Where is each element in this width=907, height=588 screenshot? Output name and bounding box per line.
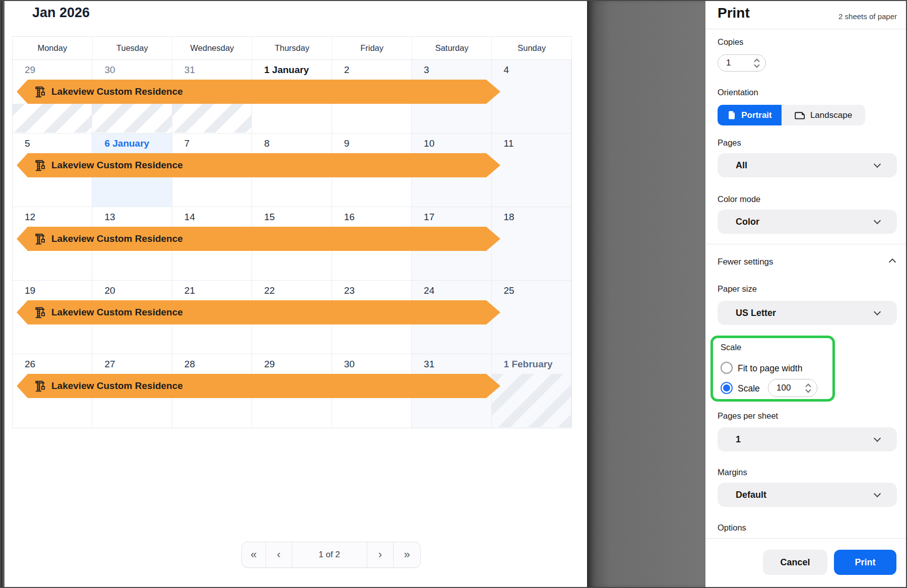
event-bar[interactable]: Lakeview Custom Residence [17,153,500,177]
landscape-button[interactable]: Landscape [782,105,865,125]
date-label: 2 [344,64,350,75]
calendar-day-cell: 25 [492,281,571,354]
calendar-month-title: Jan 2026 [32,5,90,21]
prev-page-button[interactable]: ‹ [266,542,292,567]
color-mode-dropdown[interactable]: Color [718,210,897,234]
chevron-down-icon [874,435,881,442]
chevron-down-icon [874,217,881,224]
copies-stepper[interactable]: 1 [718,54,766,72]
paper-size-value: US Letter [736,308,875,318]
event-bar[interactable]: Lakeview Custom Residence [17,374,500,398]
paper-size-dropdown[interactable]: US Letter [718,301,897,325]
event-bar[interactable]: Lakeview Custom Residence [17,227,500,251]
date-label: 29 [264,359,275,369]
weekday-header: Monday [13,37,93,59]
calendar-week-row: 19202122232425 Lakeview Custom Residence [13,281,571,354]
date-label: 10 [424,138,434,149]
weekday-header: Wednesday [172,37,252,59]
weekday-header: Thursday [252,37,333,59]
preview-pagination: « ‹ 1 of 2 › » [241,542,421,568]
scale-radio[interactable] [721,382,733,394]
date-label: 17 [424,212,434,222]
scale-radio-label: Scale [738,383,760,394]
weekday-header: Saturday [412,37,492,59]
crane-icon [34,232,47,245]
date-label: 26 [25,359,35,369]
last-page-button[interactable]: » [394,542,420,567]
stepper-arrows-icon[interactable] [806,384,810,392]
date-label: 23 [344,285,355,296]
calendar-week-row: 2627282930311 February Lakeview Custom R… [13,354,571,428]
stepper-arrows-icon[interactable] [755,59,759,67]
pages-per-sheet-dropdown[interactable]: 1 [718,427,897,451]
date-label: 15 [264,212,275,222]
event-bar[interactable]: Lakeview Custom Residence [17,300,500,324]
calendar-day-cell: 4 [492,60,571,133]
cancel-button[interactable]: Cancel [763,550,827,575]
date-label: 30 [104,64,115,75]
divider [705,244,907,244]
date-label: 24 [424,285,434,296]
weekday-header: Friday [332,37,412,59]
weekday-header-row: MondayTuesdayWednesdayThursdayFridaySatu… [13,37,571,60]
out-of-month-hatch [13,104,92,133]
date-label: 21 [184,285,195,296]
window-left-edge [1,1,5,587]
scale-value-stepper[interactable]: 100 [768,379,817,397]
print-preview-page: Jan 2026 MondayTuesdayWednesdayThursdayF… [5,1,587,587]
date-label: 9 [344,138,350,149]
crane-icon [34,85,47,98]
calendar-week-row: 56 January7891011 Lakeview Custom Reside… [13,134,571,207]
out-of-month-hatch [492,374,571,427]
crane-icon [34,306,47,319]
out-of-month-hatch [172,104,251,133]
page-indicator: 1 of 2 [292,542,367,567]
event-bar[interactable]: Lakeview Custom Residence [17,80,500,104]
crane-icon [34,159,47,172]
crane-icon [34,379,47,393]
fit-to-page-width-radio[interactable] [721,362,733,374]
margins-dropdown[interactable]: Default [718,483,897,507]
portrait-button-label: Portrait [741,110,771,120]
pages-dropdown[interactable]: All [718,153,897,177]
print-dialog: Print 2 sheets of paper Copies 1 Orienta… [705,1,907,587]
date-label: 25 [504,285,514,296]
chevron-down-icon [874,308,881,315]
date-label: 8 [264,138,270,149]
date-label: 16 [344,212,355,222]
landscape-button-label: Landscape [810,110,852,120]
date-label: 19 [25,285,35,296]
fewer-settings-toggle[interactable]: Fewer settings [718,257,895,267]
date-label: 4 [504,64,509,75]
date-label: 18 [504,212,514,222]
date-label: 3 [424,64,429,75]
event-bar-label: Lakeview Custom Residence [51,380,183,391]
next-page-button[interactable]: › [367,542,394,567]
date-label: 27 [104,359,115,369]
scale-section-label: Scale [721,343,741,352]
date-label: 5 [25,138,30,149]
date-label: 30 [344,359,355,369]
date-label: 6 January [104,138,149,149]
pages-per-sheet-label: Pages per sheet [718,411,778,421]
divider [705,538,907,539]
date-label: 31 [424,359,434,369]
event-bar-label: Lakeview Custom Residence [51,160,183,171]
event-bar-label: Lakeview Custom Residence [51,307,183,318]
calendar-grid: MondayTuesdayWednesdayThursdayFridaySatu… [12,36,572,428]
screenshot-root: Jan 2026 MondayTuesdayWednesdayThursdayF… [0,0,907,588]
date-label: 1 January [264,64,309,75]
orientation-label: Orientation [718,88,758,97]
first-page-button[interactable]: « [242,542,266,567]
calendar-day-cell: 18 [492,207,571,280]
fewer-settings-label: Fewer settings [718,257,773,267]
scale-value: 100 [776,383,806,393]
margins-value: Default [736,490,875,500]
weekday-header: Tuesday [93,37,173,59]
print-button[interactable]: Print [834,550,896,575]
preview-gutter [587,1,705,587]
portrait-button[interactable]: Portrait [718,105,782,125]
date-label: 7 [184,138,190,149]
date-label: 13 [104,212,115,222]
date-label: 22 [264,285,275,296]
